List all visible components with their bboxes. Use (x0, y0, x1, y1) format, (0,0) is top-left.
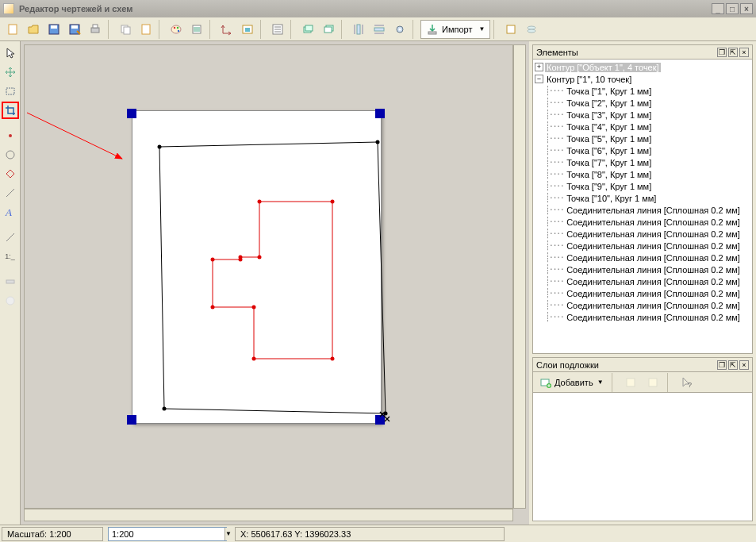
tree-item-line[interactable]: ┊····Соединительная линия [Сплошная 0.2 … (535, 263, 750, 275)
vertical-scrollbar[interactable] (513, 44, 526, 509)
import-icon (426, 23, 439, 36)
new-button[interactable] (3, 20, 22, 39)
disabled-circle-icon (4, 294, 17, 307)
gear-button[interactable] (390, 20, 409, 39)
axes-button[interactable] (217, 20, 236, 39)
tree-item-line[interactable]: ┊····Соединительная линия [Сплошная 0.2 … (535, 240, 750, 252)
minimize-button[interactable]: _ (712, 3, 724, 14)
chevron-down-icon: ▼ (597, 379, 604, 386)
annotation-arrow (21, 41, 179, 184)
svg-point-49 (252, 306, 256, 309)
disabled-circle-tool (2, 292, 19, 309)
tree-item-line[interactable]: ┊····Соединительная линия [Сплошная 0.2 … (535, 252, 750, 263)
tree-item-point[interactable]: ┊····Точка ["2", Круг 1 мм] (535, 97, 750, 109)
align-left-button[interactable] (349, 20, 368, 39)
layer-action1-icon (624, 376, 637, 389)
panel-close-button[interactable]: × (739, 360, 749, 370)
copy-button[interactable] (116, 20, 135, 39)
point-tool[interactable] (2, 127, 19, 144)
layer-action1[interactable] (621, 373, 640, 392)
grid-icon (241, 23, 254, 36)
align-center-button[interactable] (370, 20, 389, 39)
measure-tool[interactable] (2, 229, 19, 246)
svg-point-38 (376, 140, 380, 144)
statusbar: Масштаб: 1:200 ▼ X: 550617.63 Y: 1396023… (0, 525, 756, 542)
save-as-button[interactable] (65, 20, 84, 39)
rect-tool[interactable] (2, 83, 19, 100)
tree-item-point[interactable]: ┊····Точка ["1", Круг 1 мм] (535, 85, 750, 97)
export2-button[interactable] (522, 20, 541, 39)
svg-point-35 (6, 297, 14, 305)
add-layer-icon (539, 376, 552, 389)
move-tool[interactable] (2, 63, 19, 81)
tree-item-point[interactable]: ┊····Точка ["6", Круг 1 мм] (535, 144, 750, 156)
palette-button[interactable] (167, 20, 186, 39)
export-button[interactable] (501, 20, 520, 39)
tree-item-point[interactable]: ┊····Точка ["8", Круг 1 мм] (535, 168, 750, 180)
tree-item-point[interactable]: ┊····Точка ["9", Круг 1 мм] (535, 180, 750, 192)
tree-item-point[interactable]: ┊····Точка ["7", Круг 1 мм] (535, 156, 750, 168)
crop-tool[interactable] (2, 102, 19, 119)
tree-item-line[interactable]: ┊····Соединительная линия [Сплошная 0.2 … (535, 311, 750, 323)
svg-rect-16 (245, 28, 250, 32)
grid-button[interactable] (238, 20, 257, 39)
line-tool[interactable] (2, 184, 19, 202)
tree-item-line[interactable]: ┊····Соединительная линия [Сплошная 0.2 … (535, 228, 750, 240)
panel-pin-button[interactable]: ⇱ (728, 48, 738, 57)
svg-point-28 (528, 26, 535, 29)
horizontal-scrollbar[interactable] (24, 509, 513, 521)
svg-point-29 (528, 29, 535, 33)
scale-label-tool[interactable]: 1:_ (2, 248, 19, 265)
layer-action2[interactable] (643, 373, 662, 392)
collapse-icon[interactable]: − (535, 75, 543, 83)
elements-tree[interactable]: + Контур ["Объект 1", 4 точек] − Контур … (533, 60, 752, 353)
add-layer-button[interactable]: Добавить ▼ (536, 375, 607, 390)
pointer-tool[interactable] (2, 44, 19, 62)
layers-panel-title: Слои подложки (536, 360, 716, 370)
tree-item-point[interactable]: ┊····Точка ["5", Круг 1 мм] (535, 133, 750, 144)
tree-item-line[interactable]: ┊····Соединительная линия [Сплошная 0.2 … (535, 216, 750, 228)
dimm-tool[interactable] (2, 273, 19, 290)
chevron-down-icon[interactable]: ▼ (224, 528, 232, 540)
panel-close-button[interactable]: × (739, 48, 749, 57)
scale-input[interactable] (109, 529, 224, 539)
tree-item-point[interactable]: ┊····Точка ["4", Круг 1 мм] (535, 121, 750, 133)
open-button[interactable] (24, 20, 43, 39)
props-button[interactable] (268, 20, 287, 39)
layer-up-button[interactable] (298, 20, 317, 39)
tree-item-point[interactable]: ┊····Точка ["3", Круг 1 мм] (535, 109, 750, 121)
layer-help[interactable]: ? (677, 373, 696, 392)
circle-tool[interactable] (2, 146, 19, 163)
tree-item-line[interactable]: ┊····Соединительная линия [Сплошная 0.2 … (535, 287, 750, 299)
polygon-tool[interactable] (2, 165, 19, 183)
paste-button[interactable] (136, 20, 155, 39)
close-button[interactable]: × (740, 3, 753, 14)
layers-body[interactable] (533, 393, 752, 521)
expand-icon[interactable]: + (535, 63, 543, 71)
layer-down-button[interactable] (319, 20, 338, 39)
tree-item-contour2[interactable]: − Контур ["1", 10 точек] (535, 73, 750, 85)
svg-point-40 (163, 407, 167, 411)
scale-combo[interactable]: ▼ (108, 527, 227, 541)
save-button[interactable] (44, 20, 63, 39)
svg-rect-19 (305, 25, 313, 31)
scale-label-icon: 1:_ (5, 252, 15, 260)
tree-item-line[interactable]: ┊····Соединительная линия [Сплошная 0.2 … (535, 204, 750, 216)
open-icon (27, 23, 40, 36)
palette-icon (170, 23, 182, 36)
tree-item-contour1[interactable]: + Контур ["Объект 1", 4 точек] (535, 61, 750, 73)
import-button[interactable]: Импорт ▼ (420, 20, 490, 39)
tree-item-line[interactable]: ┊····Соединительная линия [Сплошная 0.2 … (535, 275, 750, 287)
print-button[interactable] (86, 20, 105, 39)
svg-text:?: ? (688, 381, 692, 389)
panel-pin-button[interactable]: ⇱ (728, 360, 738, 370)
tree-item-line[interactable]: ┊····Соединительная линия [Сплошная 0.2 … (535, 299, 750, 311)
style-button[interactable] (187, 20, 206, 39)
tree-item-point[interactable]: ┊····Точка ["10", Круг 1 мм] (535, 192, 750, 204)
text-tool[interactable]: A (2, 203, 19, 221)
svg-rect-4 (71, 25, 78, 29)
maximize-button[interactable]: □ (726, 3, 739, 14)
panel-restore-button[interactable]: ❐ (717, 48, 727, 57)
svg-rect-42 (375, 109, 385, 118)
panel-restore-button[interactable]: ❐ (717, 360, 727, 370)
